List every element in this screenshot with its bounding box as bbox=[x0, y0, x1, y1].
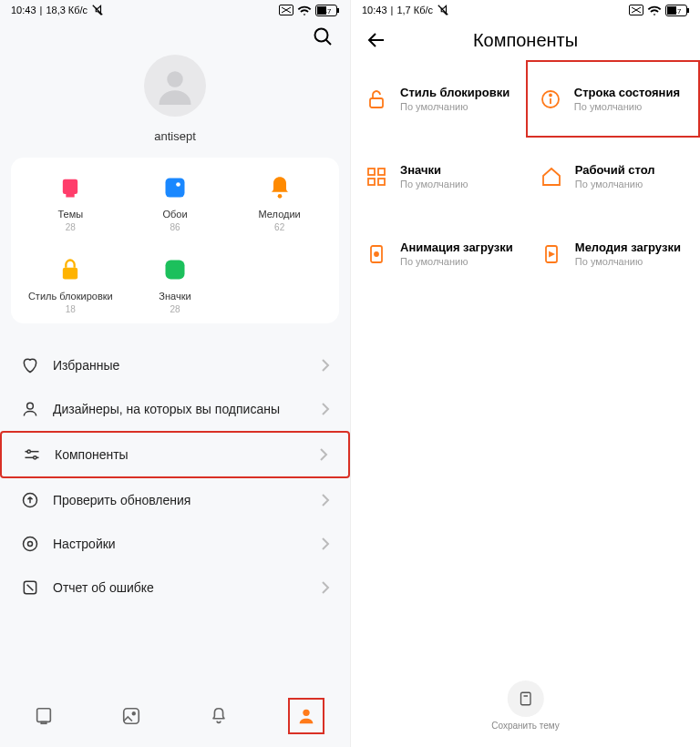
profile-screen: 10:43 | 18,3 Кб/с 47 antisept Темы 28 Об… bbox=[0, 0, 350, 747]
battery-icon: 47 bbox=[665, 5, 689, 16]
svg-point-15 bbox=[277, 194, 282, 199]
nav-profile[interactable] bbox=[288, 698, 324, 734]
svg-rect-46 bbox=[378, 169, 385, 175]
svg-rect-45 bbox=[368, 169, 375, 175]
component-label: Строка состояния bbox=[574, 86, 680, 99]
asset-count: 18 bbox=[66, 304, 76, 314]
menu-item-person[interactable]: Дизайнеры, на которых вы подписаны bbox=[0, 387, 350, 431]
asset-count: 28 bbox=[66, 222, 76, 232]
svg-point-14 bbox=[176, 182, 180, 187]
svg-point-22 bbox=[34, 456, 36, 459]
wifi-icon bbox=[297, 5, 312, 15]
svg-point-25 bbox=[28, 542, 33, 547]
component-sub: По умолчанию bbox=[574, 101, 680, 112]
update-icon bbox=[20, 491, 40, 509]
component-sub: По умолчанию bbox=[400, 256, 513, 267]
search-icon[interactable] bbox=[312, 26, 334, 47]
components-grid: Стиль блокировки По умолчанию Строка сос… bbox=[351, 60, 700, 292]
nav-wallpaper[interactable] bbox=[113, 698, 149, 734]
svg-point-21 bbox=[27, 450, 30, 453]
asset-label: Значки bbox=[159, 291, 190, 302]
nav-themes[interactable] bbox=[26, 698, 62, 734]
component-item-grid4[interactable]: Значки По умолчанию bbox=[351, 138, 526, 215]
svg-rect-29 bbox=[124, 709, 139, 724]
asset-item-ringtone[interactable]: Мелодии 62 bbox=[227, 174, 332, 232]
themes-icon bbox=[57, 174, 84, 201]
avatar[interactable] bbox=[144, 55, 206, 117]
status-time: 10:43 bbox=[11, 5, 36, 15]
svg-rect-28 bbox=[41, 721, 46, 723]
component-sub: По умолчанию bbox=[575, 179, 655, 189]
menu-item-report[interactable]: Отчет об ошибке bbox=[0, 566, 350, 609]
no-sim-icon bbox=[629, 5, 643, 15]
svg-point-31 bbox=[303, 710, 309, 716]
back-icon[interactable] bbox=[365, 29, 387, 51]
menu-item-sliders[interactable]: Компоненты bbox=[0, 431, 350, 478]
component-item-lock2[interactable]: Стиль блокировки По умолчанию bbox=[351, 60, 526, 138]
component-label: Стиль блокировки bbox=[400, 86, 510, 99]
asset-item-themes[interactable]: Темы 28 bbox=[18, 174, 123, 232]
save-icon bbox=[518, 691, 534, 707]
svg-rect-47 bbox=[368, 179, 375, 185]
asset-item-wallpaper[interactable]: Обои 86 bbox=[123, 174, 228, 232]
svg-point-44 bbox=[550, 94, 551, 96]
sliders-icon bbox=[22, 445, 42, 464]
component-item-info[interactable]: Строка состояния По умолчанию bbox=[526, 60, 700, 138]
svg-rect-13 bbox=[165, 179, 184, 198]
status-speed: 1,7 Кб/с bbox=[396, 5, 433, 15]
svg-rect-37 bbox=[687, 8, 689, 13]
component-item-bootsound[interactable]: Мелодия загрузки По умолчанию bbox=[526, 215, 700, 292]
status-time: 10:43 bbox=[362, 5, 387, 15]
asset-label: Стиль блокировки bbox=[28, 291, 113, 302]
asset-count: 28 bbox=[170, 304, 180, 314]
component-item-home[interactable]: Рабочий стол По умолчанию bbox=[526, 138, 700, 215]
no-sim-icon bbox=[279, 5, 293, 15]
nav-ringtones[interactable] bbox=[201, 698, 237, 734]
header: Компоненты bbox=[351, 20, 700, 60]
menu-item-update[interactable]: Проверить обновления bbox=[0, 478, 350, 522]
chevron-right-icon bbox=[321, 494, 330, 507]
component-label: Анимация загрузки bbox=[400, 240, 513, 254]
chevron-right-icon bbox=[319, 448, 328, 461]
menu-label: Отчет об ошибке bbox=[53, 580, 321, 595]
wallpaper-icon bbox=[161, 174, 189, 201]
lock-icon bbox=[57, 256, 84, 283]
status-bar: 10:43 | 18,3 Кб/с 47 bbox=[0, 0, 350, 20]
chevron-right-icon bbox=[321, 581, 330, 594]
page-title: Компоненты bbox=[387, 30, 664, 51]
menu-label: Избранные bbox=[53, 358, 321, 373]
component-sub: По умолчанию bbox=[575, 256, 681, 267]
component-label: Значки bbox=[400, 163, 468, 177]
svg-point-24 bbox=[24, 537, 37, 551]
svg-text:47: 47 bbox=[674, 6, 682, 15]
svg-text:47: 47 bbox=[324, 6, 332, 15]
chevron-right-icon bbox=[321, 537, 330, 550]
menu-item-heart[interactable]: Избранные bbox=[0, 343, 350, 387]
component-sub: По умолчанию bbox=[400, 101, 510, 112]
settings-icon bbox=[20, 535, 40, 553]
asset-item-lock[interactable]: Стиль блокировки 18 bbox=[18, 256, 123, 314]
username[interactable]: antisept bbox=[154, 129, 196, 143]
menu-label: Компоненты bbox=[55, 447, 319, 462]
menu-item-settings[interactable]: Настройки bbox=[0, 522, 350, 566]
battery-icon: 47 bbox=[315, 5, 339, 16]
mute-icon bbox=[437, 4, 449, 16]
info-icon bbox=[538, 87, 563, 112]
profile-section: antisept bbox=[0, 47, 350, 158]
asset-label: Обои bbox=[162, 209, 187, 220]
report-icon bbox=[20, 578, 40, 597]
menu-label: Настройки bbox=[53, 537, 321, 551]
asset-item-icons[interactable]: Значки 28 bbox=[123, 256, 228, 314]
svg-rect-48 bbox=[378, 179, 385, 185]
person-icon bbox=[20, 400, 40, 418]
svg-point-10 bbox=[167, 71, 183, 87]
menu-label: Дизайнеры, на которых вы подписаны bbox=[53, 402, 321, 416]
asset-label: Темы bbox=[57, 209, 83, 220]
svg-rect-17 bbox=[165, 261, 184, 280]
svg-line-9 bbox=[326, 40, 332, 46]
menu-label: Проверить обновления bbox=[53, 493, 321, 507]
assets-card: Темы 28 Обои 86 Мелодии 62 Стиль блокиро… bbox=[11, 158, 339, 323]
save-theme-button[interactable]: Сохранить тему bbox=[491, 680, 560, 731]
home-icon bbox=[539, 164, 564, 189]
component-item-boot[interactable]: Анимация загрузки По умолчанию bbox=[351, 215, 526, 292]
